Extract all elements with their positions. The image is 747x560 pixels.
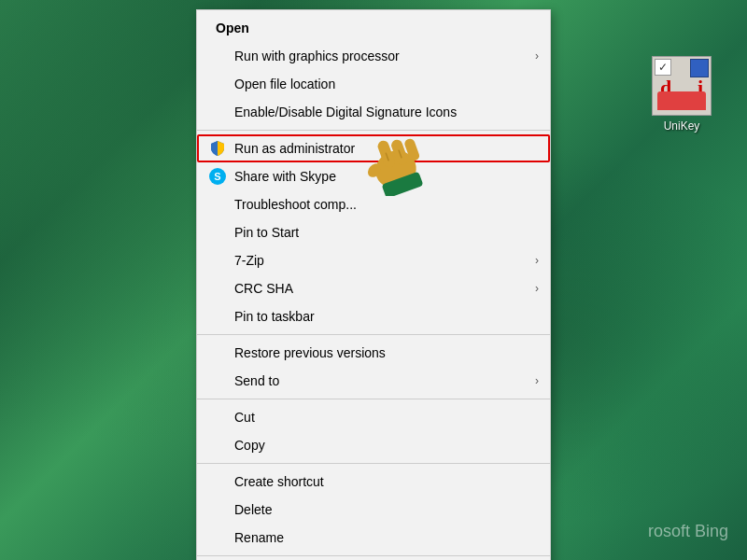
troubleshoot-label: Troubleshoot comp...: [234, 197, 357, 212]
unikey-desktop-icon[interactable]: ✓ d i UniKey: [644, 56, 719, 133]
separator-4: [197, 463, 550, 464]
menu-item-pin-start[interactable]: Pin to Start: [197, 218, 550, 246]
menu-item-send-to[interactable]: Send to ›: [197, 367, 550, 395]
7zip-label: 7-Zip: [234, 253, 264, 268]
create-shortcut-label: Create shortcut: [234, 474, 324, 489]
7zip-arrow-icon: ›: [535, 254, 539, 267]
delete-label: Delete: [234, 502, 272, 517]
run-as-admin-label: Run as administrator: [234, 141, 355, 156]
menu-item-restore-versions[interactable]: Restore previous versions: [197, 339, 550, 367]
open-file-location-label: Open file location: [234, 77, 335, 91]
menu-item-run-as-admin[interactable]: Run as administrator: [197, 134, 550, 162]
menu-item-run-with-gpu[interactable]: Run with graphics processor ›: [197, 42, 550, 70]
submenu-arrow-icon: ›: [535, 49, 539, 63]
bing-watermark: rosoft Bing: [648, 522, 728, 541]
cut-label: Cut: [234, 410, 255, 425]
separator-3: [197, 399, 550, 399]
menu-item-pin-taskbar[interactable]: Pin to taskbar: [197, 302, 550, 330]
enable-disable-sig-label: Enable/Disable Digital Signature Icons: [234, 105, 457, 119]
menu-item-cut[interactable]: Cut: [197, 403, 550, 431]
menu-item-delete[interactable]: Delete: [197, 496, 550, 524]
run-with-gpu-label: Run with graphics processor: [234, 49, 400, 63]
menu-item-share-skype[interactable]: S Share with Skype: [197, 162, 550, 190]
unikey-bird-icon: [657, 91, 706, 110]
menu-item-enable-disable-sig[interactable]: Enable/Disable Digital Signature Icons: [197, 98, 550, 126]
copy-label: Copy: [234, 438, 265, 453]
pin-start-label: Pin to Start: [234, 225, 299, 240]
menu-item-troubleshoot[interactable]: Troubleshoot comp...: [197, 190, 550, 218]
shield-uac-icon: [208, 139, 227, 158]
unikey-label: UniKey: [664, 119, 700, 133]
separator-2: [197, 334, 550, 335]
share-skype-label: Share with Skype: [234, 169, 336, 184]
pin-taskbar-label: Pin to taskbar: [234, 309, 315, 324]
separator-5: [197, 555, 550, 556]
menu-item-create-shortcut[interactable]: Create shortcut: [197, 468, 550, 496]
menu-item-open-file-location[interactable]: Open file location: [197, 70, 550, 98]
send-to-label: Send to: [234, 373, 279, 388]
checkbox-icon: ✓: [655, 59, 671, 76]
menu-header: Open: [197, 14, 550, 42]
restore-versions-label: Restore previous versions: [234, 345, 386, 360]
rename-label: Rename: [234, 530, 284, 545]
menu-item-crc-sha[interactable]: CRC SHA ›: [197, 274, 550, 302]
send-to-arrow-icon: ›: [535, 374, 539, 387]
menu-item-rename[interactable]: Rename: [197, 524, 550, 552]
skype-icon: S: [208, 167, 227, 186]
menu-item-copy[interactable]: Copy: [197, 431, 550, 459]
crc-sha-label: CRC SHA: [234, 281, 293, 296]
context-menu: Open Run with graphics processor › Open …: [196, 9, 551, 560]
crc-sha-arrow-icon: ›: [535, 282, 539, 295]
separator-1: [197, 130, 550, 131]
unikey-icon-image: ✓ d i: [652, 56, 712, 116]
menu-item-7zip[interactable]: 7-Zip ›: [197, 246, 550, 274]
